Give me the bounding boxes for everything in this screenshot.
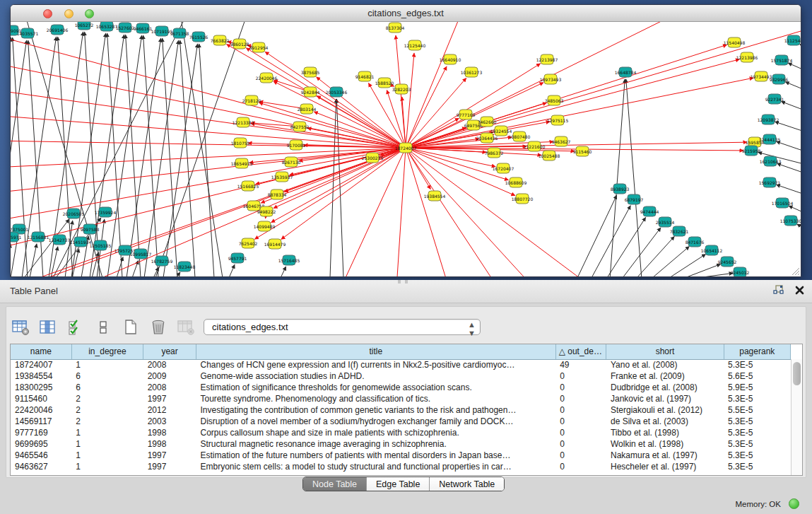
table-row[interactable]: 1872400712008Changes of HCN gene express… — [11, 359, 791, 370]
network-node[interactable]: 10653287 — [96, 22, 118, 31]
tab-edge-table[interactable]: Edge Table — [367, 477, 430, 491]
table-row[interactable]: 946362711997Embryonic stem cells: a mode… — [11, 461, 791, 472]
delete-trash-icon[interactable] — [149, 319, 167, 336]
network-node[interactable]: 9777169 — [457, 110, 476, 119]
table-row[interactable]: 1830029562008Estimation of significance … — [11, 382, 791, 393]
network-node[interactable]: 10654112 — [701, 245, 723, 255]
column-header-out_de[interactable]: △ out_de… — [555, 344, 606, 359]
network-node[interactable]: 12125440 — [404, 40, 426, 50]
network-node[interactable]: 9115460 — [573, 146, 592, 156]
network-canvas[interactable]: 1872400722420046924284427181202803144122… — [11, 22, 801, 276]
network-node[interactable]: 12213987 — [536, 54, 558, 64]
network-node[interactable]: 9474444 — [640, 206, 659, 216]
network-node[interactable]: 3875685 — [301, 67, 320, 77]
network-node[interactable]: 2935514 — [656, 217, 675, 227]
network-node[interactable]: 19384554 — [424, 191, 446, 201]
split-pane-grabber-icon[interactable] — [398, 280, 408, 284]
network-node[interactable]: 16782759 — [151, 256, 173, 266]
network-node[interactable]: 12213986 — [736, 52, 758, 62]
network-node[interactable]: 15716485 — [278, 255, 300, 265]
column-header-short[interactable]: short — [606, 344, 724, 359]
network-node[interactable]: 16640910 — [440, 54, 461, 64]
svg-text:9457791: 9457791 — [228, 256, 247, 261]
network-node[interactable]: 8471676 — [686, 237, 705, 247]
network-node[interactable]: 8267130 — [282, 157, 301, 167]
column-header-pagerank[interactable]: pagerank — [724, 344, 790, 359]
network-node[interactable]: 9170081 — [287, 140, 306, 150]
show-columns-icon[interactable] — [39, 319, 57, 336]
new-document-icon[interactable] — [122, 319, 140, 336]
network-node[interactable]: 15692971 — [759, 177, 781, 187]
network-node[interactable]: 9227341 — [765, 94, 784, 104]
float-panel-icon[interactable] — [772, 284, 784, 296]
svg-text:1588520: 1588520 — [375, 81, 394, 86]
svg-text:10653287: 10653287 — [96, 24, 118, 29]
network-node[interactable]: 15166825 — [237, 181, 259, 191]
delete-table-icon[interactable] — [177, 319, 195, 336]
column-header-in_degree[interactable]: in_degree — [71, 344, 143, 359]
network-node[interactable]: 8912954 — [249, 42, 269, 52]
table-row[interactable]: 969969511998Structural magnetic resonanc… — [11, 438, 791, 450]
network-node[interactable]: 9245652 — [718, 257, 737, 267]
table-row[interactable]: 977716911998Corpus callosum shape and si… — [11, 427, 791, 438]
network-node[interactable]: 12975115 — [547, 115, 569, 125]
network-node[interactable]: 12505185 — [90, 240, 112, 250]
network-node[interactable]: 10688609 — [505, 177, 527, 187]
network-node[interactable]: 9146821 — [355, 71, 375, 81]
network-node[interactable]: 7663822 — [211, 35, 230, 45]
tab-node-table[interactable]: Node Table — [303, 477, 367, 491]
table-chooser-dropdown[interactable]: citations_edges.txt ▲▼ — [204, 319, 481, 335]
network-node[interactable]: 16914479 — [264, 239, 286, 249]
network-node[interactable]: 8938923 — [611, 184, 630, 194]
network-node[interactable]: 1588520 — [375, 78, 394, 88]
table-vertical-scrollbar[interactable] — [791, 359, 802, 475]
network-node[interactable]: 16720407 — [493, 163, 514, 173]
network-node[interactable]: 12093872 — [758, 115, 779, 124]
column-header-year[interactable]: year — [143, 344, 196, 359]
svg-text:9777169: 9777169 — [457, 112, 476, 117]
column-header-name[interactable]: name — [11, 344, 71, 359]
panel-mode-icon[interactable] — [94, 319, 112, 336]
network-node[interactable]: 6879197 — [625, 194, 644, 204]
network-node[interactable]: 1810755 — [231, 138, 250, 148]
network-node[interactable]: 2803144 — [298, 104, 317, 114]
close-panel-icon[interactable] — [794, 285, 805, 296]
table-row[interactable]: 911546021997Tourette syndrome. Phenomeno… — [11, 393, 791, 404]
table-row[interactable]: 946554611997Estimation of the future num… — [11, 450, 791, 461]
network-node[interactable]: 3282203 — [392, 84, 411, 94]
network-node[interactable]: 11540498 — [724, 37, 746, 47]
network-node[interactable]: 7485063 — [545, 95, 564, 105]
network-node[interactable]: 13342737 — [49, 235, 71, 245]
network-node[interactable]: 9329966 — [770, 74, 789, 84]
network-view-window[interactable]: citations_edges.txt 18724007224200469242… — [10, 4, 801, 277]
network-node[interactable]: 1065272 — [75, 22, 94, 30]
network-node[interactable]: 14099489 — [254, 221, 276, 231]
table-row[interactable]: 1938455462009Genome-wide association stu… — [11, 370, 791, 382]
network-node[interactable]: 10361273 — [461, 67, 483, 77]
network-node[interactable]: 9466161 — [134, 23, 153, 33]
network-node[interactable]: 9457791 — [228, 253, 247, 263]
network-node[interactable]: 20691406 — [47, 25, 69, 35]
network-node[interactable]: 7832621 — [670, 226, 689, 236]
network-node[interactable]: 10025488 — [539, 151, 560, 160]
network-window-titlebar[interactable]: citations_edges.txt — [11, 5, 801, 22]
network-node[interactable]: 7615526 — [189, 32, 208, 42]
network-node[interactable]: 16648784 — [615, 67, 637, 77]
network-node[interactable]: 1112544 — [784, 35, 801, 45]
window-resize-grip[interactable] — [792, 268, 799, 275]
table-row[interactable]: 1456911722003Disruption of a novel membe… — [11, 416, 791, 427]
network-node[interactable]: 17359924 — [95, 207, 117, 217]
table-row[interactable]: 2242004622012Investigating the contribut… — [11, 404, 791, 416]
network-node[interactable]: 10807480 — [509, 132, 531, 141]
network-node[interactable]: 8137304 — [386, 23, 405, 33]
network-node[interactable]: 7625402 — [239, 238, 258, 248]
scrollbar-thumb[interactable] — [793, 362, 801, 385]
network-node[interactable]: 1527602 — [116, 23, 135, 33]
network-node[interactable]: 9860128 — [230, 39, 249, 49]
network-node[interactable]: 9671358 — [170, 28, 189, 38]
column-header-title[interactable]: title — [196, 344, 556, 359]
select-all-icon[interactable] — [66, 319, 85, 336]
tab-network-table[interactable]: Network Table — [430, 477, 504, 491]
network-node[interactable]: 9245012 — [731, 267, 750, 276]
table-settings-icon[interactable] — [11, 319, 30, 336]
